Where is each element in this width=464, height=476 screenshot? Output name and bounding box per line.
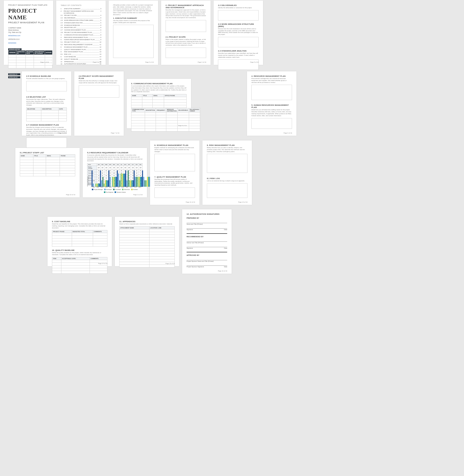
d-milestone: Summarize the major milestones. Then, li… xyxy=(26,99,67,106)
d-deliverables: Identify the deliverables or outcomes fo… xyxy=(218,7,259,9)
project-title: PROJECT NAME xyxy=(8,7,49,21)
risk-box xyxy=(207,154,247,173)
h-risk-log: 8.1 RISK LOG xyxy=(207,177,247,180)
page-5: 2.2 DELIVERABLES Identify the deliverabl… xyxy=(214,0,263,65)
quality-table: ITEMACCEPTABLE LEVELCOMMENTS xyxy=(52,257,107,274)
page-13: 8. RISK MANAGEMENT PLAN Briefly describe… xyxy=(202,140,252,205)
page-1: PROJECT MANAGEMENT PLAN TEMPLATE PROJECT… xyxy=(4,0,53,65)
h-stakeholder: 2.4 STAKEHOLDER ANALYSIS xyxy=(218,50,259,52)
cost-table: PROJECT PHASEBUDGETED TOTALCOMMENTS xyxy=(52,230,107,247)
h-wbs: 2.3 WORK BREAKDOWN STRUCTURE (WBS) xyxy=(218,23,259,27)
quality-mgmt-box xyxy=(154,187,195,198)
prep-name-line: Name and Title (Printed) xyxy=(187,223,227,225)
page-9: 4. RESOURCE MANAGEMENT PLAN Procurement … xyxy=(247,71,296,136)
risk-log-box xyxy=(207,183,247,198)
page-footer: Page 6 of 16 xyxy=(58,132,67,134)
sched-mgmt-box xyxy=(154,154,195,171)
h-quality-base: 10. QUALITY BASELINE xyxy=(52,249,107,251)
page-3: [Template provides a basic outline for a… xyxy=(109,0,158,65)
company: COMPANY NAME xyxy=(8,27,49,29)
d-stakeholder: Describe how stakeholders were identifie… xyxy=(218,53,259,58)
resource-chart: 020406080100120 JANFEBMARAPRMAYJUNJULAUG… xyxy=(87,187,143,188)
page-footer: Page 15 of 16 xyxy=(166,263,175,264)
h-milestone: 2.6 MILESTONE LIST xyxy=(26,96,67,98)
h-hr: 5. HUMAN RESOURCES MANAGEMENT PLAN xyxy=(251,104,292,108)
d-quality-mgmt: Describe the processes that will ensure … xyxy=(154,179,195,186)
approach-box xyxy=(166,20,206,32)
page-footer: Page 2 of 16 xyxy=(93,61,101,63)
page-2: TABLE OF CONTENTS 1EXECUTIVE SUMMARY32PR… xyxy=(56,0,106,65)
toc-title: TABLE OF CONTENTS xyxy=(61,4,101,6)
page-15: 11. APPENDICES Attach or link to separat… xyxy=(115,217,179,266)
wbs-box xyxy=(218,37,259,47)
change-box xyxy=(26,137,67,148)
h-appendix: 11. APPENDICES xyxy=(119,220,175,223)
h-resource: 4. RESOURCE MANAGEMENT PLAN xyxy=(251,75,292,77)
h-approach: 2. PROJECT MANAGEMENT APPROACH AND GOVER… xyxy=(166,4,206,9)
page-11: 5.2 RESOURCE REQUIREMENT CALENDAR A reso… xyxy=(83,148,147,197)
comm-contacts-table: NAMETITLEEMAILOFFICE PHONE xyxy=(131,94,187,108)
scope-box xyxy=(166,48,206,58)
h-risk: 8. RISK MANAGEMENT PLAN xyxy=(207,144,247,146)
page-4: 2. PROJECT MANAGEMENT APPROACH AND GOVER… xyxy=(161,0,211,65)
page-footer: Page 9 of 16 xyxy=(284,132,292,134)
d-hr: Detail how you will determine staffing n… xyxy=(251,109,292,117)
city: City, State and Zip xyxy=(8,31,49,33)
d-schedule-baseline: Provide schedule baseline so that you ca… xyxy=(26,78,67,80)
page-footer: Page 10 of 16 xyxy=(66,194,75,195)
h-quality-mgmt: 7. QUALITY MANAGEMENT PLAN xyxy=(154,176,195,178)
d-cost: Detail the cost baseline for the project… xyxy=(52,223,107,229)
h-scope: 2.1 PROJECT SCOPE xyxy=(166,36,206,38)
d-resource-cal: A resource calendar details key resource… xyxy=(87,154,143,162)
version: VERSION 0.0.0 xyxy=(8,38,49,40)
page-footer: Page 13 of 16 xyxy=(238,201,247,203)
page-footer: Page 16 of 16 xyxy=(218,270,227,272)
page-8: 3. COMMUNICATIONS MANAGEMENT PLAN A comm… xyxy=(127,79,191,128)
page-12: 6. SCHEDULE MANAGEMENT PLAN Explain meth… xyxy=(150,140,199,205)
rec-label: RECOMMENDED BY xyxy=(187,236,227,238)
staff-table: NAMETITLEEMAILPHONE xyxy=(20,154,75,176)
d-approach: Describe the management approach for the… xyxy=(166,9,206,19)
version-history-table: VERSIONAPPROVED BYREVISION DATEDESCRIPTI… xyxy=(8,50,52,68)
d-comm: A communication plan defines who needs i… xyxy=(131,85,187,93)
stakeholder-box xyxy=(218,59,259,70)
d-exec-summary: Use the project charter to summarize the… xyxy=(113,20,154,24)
app-label: APPROVED BY xyxy=(187,254,227,256)
h-comm: 3. COMMUNICATIONS MANAGEMENT PLAN xyxy=(131,82,187,85)
app-sig-line: Project Sponsor SignatureDate xyxy=(187,265,227,267)
approved-by-label: APPROVED BY xyxy=(8,76,20,78)
d-quality-base: Define the quality baseline for the proj… xyxy=(52,252,107,256)
page-6: 2.5 SCHEDULE BASELINE Provide schedule b… xyxy=(22,71,71,136)
h-scope-mgmt: 2.8 PROJECT SCOPE MANAGEMENT PLAN xyxy=(79,75,119,79)
toc-list: 1EXECUTIVE SUMMARY32PROJECT MANAGEMENT A… xyxy=(61,8,101,66)
project-subtitle: PROJECT MANAGEMENT PLAN xyxy=(8,21,49,24)
h-change: 2.7 CHANGE MANAGEMENT PLAN xyxy=(26,124,67,126)
page-footer: Page 11 of 16 xyxy=(133,194,143,195)
resource-box xyxy=(251,85,292,100)
prep-sig-line: SignatureDate xyxy=(187,228,227,230)
d-sched-mgmt: Explain methods for developing the sched… xyxy=(154,147,195,153)
template-label: PROJECT MANAGEMENT PLAN TEMPLATE xyxy=(8,4,49,6)
version-history-label: VERSION HISTORY xyxy=(8,48,22,50)
page-footer: Page 1 of 16 xyxy=(40,61,49,63)
d-scope: Refer to the project charter to define t… xyxy=(166,39,206,46)
d-risk: Briefly describe how you plan to identif… xyxy=(207,147,247,153)
page-footer: Page 14 of 16 xyxy=(98,263,107,264)
h-staff-list: 5.1 PROJECT STAFF LIST xyxy=(20,152,75,154)
d-appendix: Attach or link to separate plan document… xyxy=(119,223,175,225)
rec-name-line: Advisor and Title (Printed) xyxy=(187,241,227,243)
page-14: 9. COST BASELINE Detail the cost baselin… xyxy=(48,217,112,266)
page-footer: Page 8 of 16 xyxy=(178,125,187,126)
page-footer: Page 12 of 16 xyxy=(186,201,195,203)
page-10: 5.1 PROJECT STAFF LIST NAMETITLEEMAILPHO… xyxy=(15,148,80,197)
date: 00/00/0000 xyxy=(8,42,49,44)
page-footer: Page 3 of 16 xyxy=(145,61,154,63)
page-7: 2.8 PROJECT SCOPE MANAGEMENT PLAN Detail… xyxy=(74,71,124,136)
page-footer: Page 5 of 16 xyxy=(250,61,259,63)
h-deliverables: 2.2 DELIVERABLES xyxy=(218,4,259,6)
h-resource-cal: 5.2 RESOURCE REQUIREMENT CALENDAR xyxy=(87,152,143,154)
d-change: Describe the change control process or l… xyxy=(26,127,67,136)
deliverables-box xyxy=(218,10,259,21)
exec-summary-box xyxy=(113,25,154,58)
appendix-table: ATTACHMENT NAMELOCATION / LINK xyxy=(119,226,175,267)
